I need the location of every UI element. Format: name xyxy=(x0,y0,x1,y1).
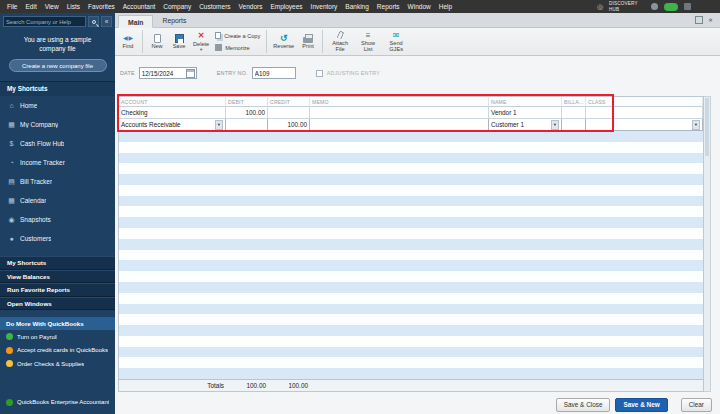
clear-button[interactable]: Clear xyxy=(681,398,712,412)
adjusting-entry-checkbox[interactable] xyxy=(316,70,323,77)
class-cell[interactable]: ▾ xyxy=(586,119,703,131)
journal-empty-row[interactable] xyxy=(119,153,703,164)
journal-empty-row[interactable] xyxy=(119,357,703,368)
delete-button[interactable]: ✕ Delete ▾ xyxy=(191,31,211,53)
account-cell[interactable]: Accounts Receivable▾ xyxy=(119,119,226,131)
credit-cell[interactable]: 100.00 xyxy=(268,119,310,131)
find-button[interactable]: ◀▶ Find xyxy=(118,33,138,50)
journal-empty-row[interactable] xyxy=(119,228,703,239)
dropdown-arrow-icon[interactable]: ▾ xyxy=(215,120,223,130)
sidebar-item-cash-flow-hub[interactable]: $Cash Flow Hub xyxy=(0,134,115,153)
menu-help[interactable]: Help xyxy=(435,0,456,13)
sidebar-item-calendar[interactable]: ▦Calendar xyxy=(0,191,115,210)
panel-open-windows[interactable]: Open Windows xyxy=(0,297,115,311)
journal-empty-row[interactable] xyxy=(119,217,703,228)
find-forward-icon[interactable]: ▶ xyxy=(129,35,134,41)
search-input[interactable] xyxy=(3,16,86,27)
sidebar-item-bill-tracker[interactable]: ▤Bill Tracker xyxy=(0,172,115,191)
menu-reports[interactable]: Reports xyxy=(373,0,404,13)
entry-no-input[interactable] xyxy=(252,67,296,79)
debit-cell[interactable]: 100.00 xyxy=(226,107,268,119)
scrollbar-thumb[interactable] xyxy=(705,98,709,156)
credit-cell[interactable] xyxy=(268,107,310,119)
calendar-icon[interactable] xyxy=(186,69,195,78)
menu-lists[interactable]: Lists xyxy=(63,0,84,13)
sidebar-item-my-company[interactable]: ▦My Company xyxy=(0,115,115,134)
menu-favorites[interactable]: Favorites xyxy=(84,0,119,13)
panel-view-balances[interactable]: View Balances xyxy=(0,270,115,284)
dropdown-arrow-icon[interactable]: ▾ xyxy=(551,120,559,130)
domore-turn-on-payroll[interactable]: Turn on Payroll xyxy=(0,330,115,344)
class-cell[interactable] xyxy=(586,107,703,119)
attach-file-button[interactable]: Attach File xyxy=(327,30,353,53)
sidebar-item-customers[interactable]: ●Customers xyxy=(0,229,115,248)
send-gjes-button[interactable]: ✉ Send GJEs xyxy=(383,30,409,53)
name-cell[interactable]: Vendor 1 xyxy=(489,107,562,119)
reverse-button[interactable]: ↺ Reverse xyxy=(271,33,296,50)
search-icon[interactable] xyxy=(88,16,99,27)
menu-banking[interactable]: Banking xyxy=(341,0,373,13)
panel-my-shortcuts[interactable]: My Shortcuts xyxy=(0,256,115,270)
save-button[interactable]: Save xyxy=(169,33,189,50)
memo-cell[interactable] xyxy=(310,107,489,119)
memo-cell[interactable] xyxy=(310,119,489,131)
domore-order-checks-supplies[interactable]: Order Checks & Supplies xyxy=(0,357,115,371)
menu-inventory[interactable]: Inventory xyxy=(307,0,342,13)
create-company-button[interactable]: Create a new company file xyxy=(9,59,107,72)
menu-employees[interactable]: Employees xyxy=(266,0,306,13)
domore-accept-credit-cards-in-quickbooks[interactable]: Accept credit cards in QuickBooks xyxy=(0,344,115,358)
journal-empty-row[interactable] xyxy=(119,142,703,153)
debit-cell[interactable] xyxy=(226,119,268,131)
create-copy-button[interactable]: Create a Copy xyxy=(213,30,262,41)
menu-file[interactable]: File xyxy=(3,0,21,13)
notification-icon[interactable] xyxy=(651,3,658,10)
save-new-button[interactable]: Save & New xyxy=(615,398,667,412)
collapse-sidebar-icon[interactable]: « xyxy=(101,16,112,27)
collapse-ribbon-icon[interactable]: » xyxy=(707,16,715,24)
menu-accountant[interactable]: Accountant xyxy=(119,0,160,13)
print-button[interactable]: Print xyxy=(298,33,318,50)
tab-main[interactable]: Main xyxy=(118,15,153,28)
new-button[interactable]: New xyxy=(147,33,167,50)
find-back-icon[interactable]: ◀ xyxy=(123,35,128,41)
journal-empty-row[interactable] xyxy=(119,239,703,250)
journal-empty-row[interactable] xyxy=(119,185,703,196)
sidebar-item-income-tracker[interactable]: ◔Income Tracker xyxy=(0,153,115,172)
table-scrollbar[interactable] xyxy=(704,96,711,392)
journal-empty-row[interactable] xyxy=(119,131,703,142)
journal-empty-row[interactable] xyxy=(119,304,703,315)
date-input[interactable]: 12/15/2024 xyxy=(139,67,197,79)
menu-edit[interactable]: Edit xyxy=(21,0,40,13)
journal-empty-row[interactable] xyxy=(119,174,703,185)
journal-empty-row[interactable] xyxy=(119,325,703,336)
show-list-button[interactable]: ≡ Show List xyxy=(355,30,381,53)
journal-empty-row[interactable] xyxy=(119,282,703,293)
journal-empty-row[interactable] xyxy=(119,250,703,261)
menu-window[interactable]: Window xyxy=(404,0,435,13)
journal-empty-row[interactable] xyxy=(119,293,703,304)
journal-empty-row[interactable] xyxy=(119,336,703,347)
panel-run-favorite-reports[interactable]: Run Favorite Reports xyxy=(0,283,115,297)
domore-quickbooks-enterprise-accountant[interactable]: QuickBooks Enterprise Accountant xyxy=(0,396,115,410)
journal-empty-row[interactable] xyxy=(119,196,703,207)
discovery-hub-label[interactable]: DISCOVERY HUB xyxy=(609,1,645,11)
memorize-button[interactable]: Memorize xyxy=(213,42,262,53)
save-close-button[interactable]: Save & Close xyxy=(556,398,611,412)
journal-empty-row[interactable] xyxy=(119,271,703,282)
journal-empty-row[interactable] xyxy=(119,347,703,358)
menu-company[interactable]: Company xyxy=(159,0,195,13)
tab-reports[interactable]: Reports xyxy=(153,14,195,27)
name-cell[interactable]: Customer 1▾ xyxy=(489,119,562,131)
sidebar-item-snapshots[interactable]: ◉Snapshots xyxy=(0,210,115,229)
sidebar-item-home[interactable]: ⌂Home xyxy=(0,96,115,115)
settings-icon[interactable] xyxy=(684,3,691,10)
journal-empty-row[interactable] xyxy=(119,314,703,325)
menu-view[interactable]: View xyxy=(41,0,63,13)
restore-window-icon[interactable] xyxy=(695,16,703,24)
dropdown-arrow-icon[interactable]: ▾ xyxy=(692,120,700,130)
menu-vendors[interactable]: Vendors xyxy=(235,0,267,13)
status-badge[interactable] xyxy=(664,3,678,11)
billable-cell[interactable] xyxy=(562,107,586,119)
delete-dropdown-icon[interactable]: ▾ xyxy=(200,48,202,52)
menu-customers[interactable]: Customers xyxy=(195,0,234,13)
